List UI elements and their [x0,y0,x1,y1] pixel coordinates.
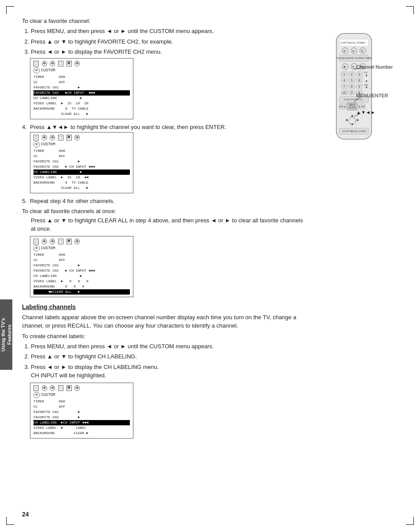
svg-text:TV/CABLE   MUTE   TV/VIDEO   T: TV/CABLE MUTE TV/VIDEO TIMER [336,57,372,59]
svg-text:10: 10 [343,91,346,94]
svg-text:◄: ◄ [343,65,346,68]
section-heading: Labeling channels [22,303,306,310]
label-step-1: Press MENU, and then press ◄ or ► until … [31,342,306,351]
side-tab: Using the TV'sFeatures [0,299,12,370]
svg-text:7: 7 [343,85,345,88]
svg-text:⊛: ⊛ [343,50,346,52]
svg-text:CH·UP  RECALL  CH·DN: CH·UP RECALL CH·DN [342,130,366,133]
menu-screen-4: □ ⊛ ⊛ □ M ⊛ ⊛ CUSTOM TIMER 000 CC OFF FA… [30,383,133,439]
step-5-text: 5. Repeat step 4 for other channels. [22,198,306,204]
page-number: 24 [22,511,29,518]
svg-text:4: 4 [343,79,345,82]
labeling-body: Channel labels appear above the on-scree… [22,313,306,330]
labeling-intro: To create channel labels: [22,333,306,339]
corner-mark-bl [6,517,14,525]
menu-enter-label: MENU/ENTER [356,93,388,98]
svg-text:0: 0 [351,91,353,94]
svg-text:6: 6 [358,79,360,82]
svg-text:▼: ▼ [365,86,368,89]
svg-text:◄: ◄ [345,118,348,122]
step-4-text: 4. Press ▲▼◄► to highlight the channel y… [22,124,306,130]
svg-text:CH·IN  CH·RTN  CC...: CH·IN CH·RTN CC... [344,98,365,101]
svg-text:2: 2 [351,73,353,76]
step-2: Press ▲ or ▼ to highlight FAVORITE CH2, … [31,37,306,46]
label-step-2: Press ▲ or ▼ to highlight CH LABELING. [31,352,306,361]
menu-screen-1: □ ⊛ ⊛ □ M ⊛ ⊛ CUSTOM TIMER 000 CC OFF FA… [30,58,133,119]
svg-text:9: 9 [358,85,360,88]
svg-text:ENTER: ENTER [349,106,356,109]
arrow-keys-label: ▲▼◄► [356,110,376,115]
clear-all-intro: To clear all favorite channels at once: [22,208,306,214]
step-3: Press ◄ or ► to display the FAVORITE CH2… [31,48,306,56]
svg-text:3: 3 [358,73,360,76]
corner-mark-br [406,517,414,525]
menu-screen-2: □ ⊛ ⊛ □ M ⊛ ⊛ CUSTOM TIMER 000 CC OFF FA… [30,132,133,193]
svg-text:►TAV: ►TAV [359,105,365,108]
svg-text:►: ► [356,118,360,122]
svg-text:⊛: ⊛ [352,50,354,52]
svg-text:5: 5 [351,79,353,82]
svg-text:e: e [352,65,354,68]
svg-text:⊛: ⊛ [361,50,363,52]
menu-screen-3: □ ⊛ ⊛ □ M ⊛ ⊛ CUSTOM TIMER 000 CC OFF FA… [30,236,133,297]
label-step-3: Press ◄ or ► to display the CH LABELING … [31,363,306,380]
svg-text:▲: ▲ [350,114,354,118]
svg-text:▲: ▲ [365,74,368,77]
svg-text:LIGHT RECALL POWER: LIGHT RECALL POWER [341,41,365,44]
svg-text:8: 8 [351,85,353,88]
corner-mark-tl [6,6,14,14]
remote-diagram: LIGHT RECALL POWER ⊛ ⊛ ⊛ TV/CABLE MUTE T… [330,31,378,146]
side-tab-text: Using the TV'sFeatures [0,318,12,351]
svg-text:1: 1 [343,73,345,76]
corner-mark-tr [406,6,414,14]
svg-text:▼: ▼ [365,80,368,83]
step-1: Press MENU, and then press ◄ or ► until … [31,27,306,36]
clear-all-body: Press ▲ or ▼ to highlight CLEAR ALL in s… [31,216,306,233]
svg-text:FAV◄: FAV◄ [339,105,346,108]
channel-number-label: Channel Number [356,64,393,70]
intro-text: To clear a favorite channel: [22,18,398,24]
